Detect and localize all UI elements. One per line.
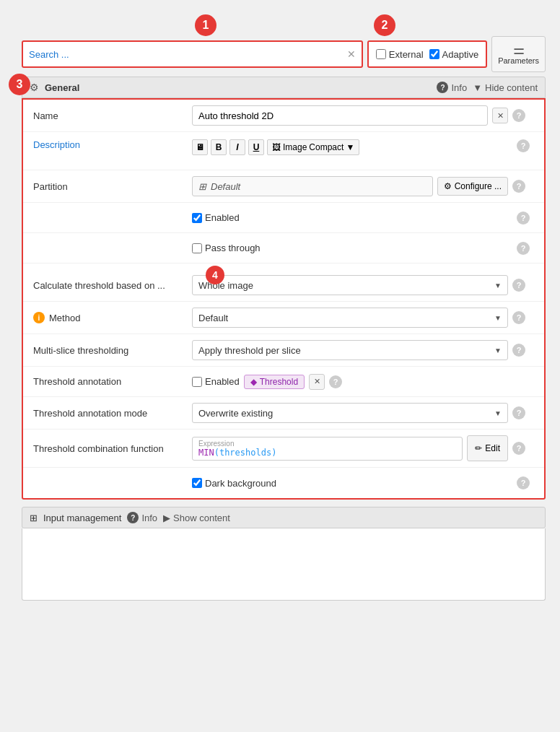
expression-help-icon[interactable]: ? [512,442,525,455]
input-management-show-btn[interactable]: ▶ Show content [163,513,230,523]
edit-icon: ✏ [475,443,482,453]
external-checkbox[interactable] [376,49,386,59]
threshold-mode-select[interactable]: Overwrite existing ▼ [192,403,508,423]
spacer-1 [23,263,544,269]
calculate-value: 4 Whole image ▼ ? [192,275,534,295]
edit-expression-btn[interactable]: ✏ Edit [467,435,508,461]
method-field-row: i Method Default ▼ ? [23,302,544,334]
name-value: ✕ ? [192,105,534,126]
threshold-mode-field-row: Threshold annotation mode Overwrite exis… [23,397,544,430]
threshold-tag-clear-btn[interactable]: ✕ [309,374,325,390]
method-warning-icon: i [33,312,45,323]
name-help-icon[interactable]: ? [512,109,525,122]
badge-1: 1 [195,14,216,36]
name-clear-btn[interactable]: ✕ [492,108,508,123]
threshold-mode-label: Threshold annotation mode [33,408,192,419]
threshold-mode-value-text: Overwrite existing [198,408,273,419]
dark-background-field-row: Dark background ? [23,468,544,498]
general-section-header: ⚙ General ? Info ▼ Hide content [22,77,546,98]
dark-background-value: Dark background [192,478,517,489]
description-label: Description [33,139,192,150]
method-label: i Method [33,312,192,323]
compact-label: Compact [309,142,344,152]
main-container: 1 2 3 ✕ External Adaptive [14,14,546,601]
input-mgmt-show-label: Show content [173,513,230,523]
italic-btn[interactable]: I [229,139,245,155]
enabled-checkbox-label[interactable]: Enabled [192,212,240,223]
multi-slice-help-icon[interactable]: ? [512,344,525,357]
expression-field: Expression MIN(thresholds) [192,437,463,461]
dark-background-checkbox[interactable] [192,478,202,488]
adaptive-filter[interactable]: Adaptive [429,49,479,60]
description-toolbar: 🖥 B I U 🖼 Image Compact ▼ [192,139,359,155]
general-gear-icon: ⚙ [30,82,39,93]
dark-background-checkbox-label[interactable]: Dark background [192,478,276,489]
threshold-combination-field-row: Threshold combination function Expressio… [23,430,544,468]
underline-btn[interactable]: U [248,139,264,155]
threshold-tag-label: Threshold [260,377,298,387]
description-field-row: Description 🖥 B I U 🖼 Image Compact ▼ [23,132,544,170]
compact-arrow: ▼ [346,142,354,152]
name-field-row: Name ✕ ? [23,100,544,132]
description-help-icon[interactable]: ? [517,139,530,152]
enabled-checkbox[interactable] [192,213,202,223]
configure-icon: ⚙ [444,181,452,191]
threshold-tag: ◆ Threshold [244,375,305,389]
edit-label: Edit [485,443,500,453]
multi-slice-select[interactable]: Apply threshold per slice ▼ [192,340,508,360]
bold-btn[interactable]: B [211,139,227,155]
threshold-annotation-field-row: Threshold annotation Enabled ◆ Threshold… [23,367,544,397]
parameters-icon: ⚌ [513,43,525,56]
configure-btn[interactable]: ⚙ Configure ... [437,177,508,196]
top-bar: ✕ External Adaptive ⚌ Parameters [22,36,546,72]
fn-param: thresholds [219,448,271,458]
image-compact-btn[interactable]: 🖼 Image Compact ▼ [267,139,359,155]
threshold-annotation-checkbox[interactable] [192,377,202,387]
pass-through-checkbox-label[interactable]: Pass through [192,243,261,253]
partition-input[interactable]: ⊞ Default [192,176,433,196]
threshold-annotation-help-icon[interactable]: ? [329,375,342,388]
threshold-annotation-enabled-label[interactable]: Enabled [192,376,240,387]
pass-through-value: Pass through [192,243,517,253]
dark-background-help-icon[interactable]: ? [517,476,530,489]
clear-search-icon[interactable]: ✕ [347,48,356,60]
threshold-mode-dropdown-arrow: ▼ [494,409,502,417]
show-arrow-icon: ▶ [163,513,170,523]
threshold-tag-icon: ◆ [250,377,257,387]
method-select[interactable]: Default ▼ [192,308,508,328]
threshold-annotation-value: Enabled ◆ Threshold ✕ ? [192,374,534,390]
enabled-label: Enabled [205,212,240,223]
general-info-label: Info [451,82,467,93]
external-filter[interactable]: External [376,49,424,60]
hide-arrow-icon: ▼ [473,82,482,93]
search-input[interactable] [29,49,347,60]
threshold-mode-help-icon[interactable]: ? [512,406,525,419]
partition-help-icon[interactable]: ? [512,180,525,193]
calculate-dropdown-arrow: ▼ [494,282,502,289]
calculate-help-icon[interactable]: ? [512,279,525,292]
adaptive-checkbox[interactable] [429,49,439,59]
method-label-text: Method [49,313,80,323]
threshold-annotation-label: Threshold annotation [33,376,192,387]
input-management-content [22,528,546,601]
threshold-mode-value: Overwrite existing ▼ ? [192,403,534,423]
threshold-annotation-enabled-text: Enabled [205,376,240,387]
pass-through-help-icon[interactable]: ? [517,242,530,255]
pass-through-field-row: Pass through ? [23,233,544,263]
general-info-button[interactable]: ? Info [437,82,467,93]
parameters-button[interactable]: ⚌ Parameters [491,36,546,72]
method-value: Default ▼ ? [192,308,534,328]
input-management-header: ⊞ Input management ? Info ▶ Show content [22,507,546,528]
enabled-help-icon[interactable]: ? [517,212,530,225]
method-help-icon[interactable]: ? [512,311,525,324]
pass-through-checkbox[interactable] [192,243,202,253]
image-label: Image [283,142,307,152]
input-management-info-btn[interactable]: ? Info [127,512,157,523]
name-input[interactable] [192,105,488,126]
monitor-btn[interactable]: 🖥 [192,139,208,155]
calculate-select[interactable]: 4 Whole image ▼ [192,275,508,295]
general-hide-button[interactable]: ▼ Hide content [473,82,538,93]
expression-code: MIN(thresholds) [198,448,276,458]
multi-slice-label: Multi-slice thresholding [33,345,192,356]
multi-slice-value-text: Apply threshold per slice [198,345,301,356]
